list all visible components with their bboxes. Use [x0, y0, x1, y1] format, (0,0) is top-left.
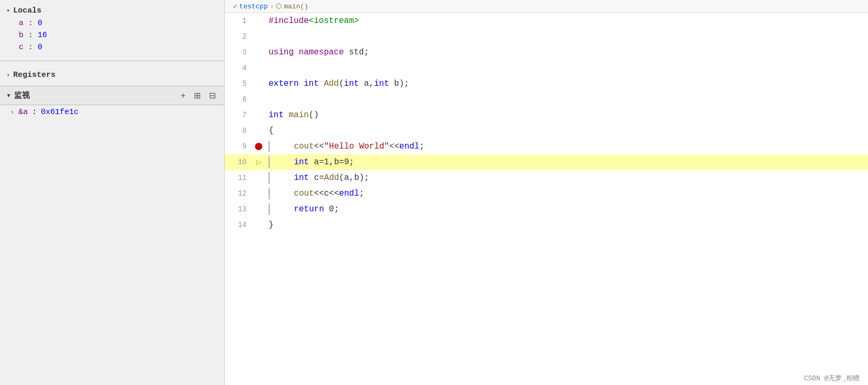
code-line-9[interactable]: 9 cout<<"Hello World"<<endl;: [225, 139, 868, 154]
var-c-colon: :: [28, 43, 38, 52]
var-c-name: c: [19, 43, 24, 52]
code-line-5[interactable]: 5extern int Add(int a,int b);: [225, 76, 868, 92]
breakpoint-area-12[interactable]: [251, 186, 267, 201]
line-content-7: int main(): [267, 107, 868, 123]
breakpoint-area-13[interactable]: [251, 201, 267, 217]
token: #include: [269, 15, 309, 27]
breakpoint-area-3[interactable]: [251, 44, 267, 60]
breadcrumb-check: ✓: [233, 2, 237, 10]
watch-add-button[interactable]: +: [179, 90, 188, 101]
line-number-5: 5: [225, 76, 251, 92]
breakpoint-area-11[interactable]: [251, 170, 267, 186]
token: std: [349, 47, 364, 58]
token: [319, 78, 324, 89]
vertical-bar-10: [269, 156, 270, 168]
var-c: c : 0: [0, 41, 224, 53]
locals-header[interactable]: ▾ Locals: [0, 4, 224, 17]
var-b: b : 16: [0, 29, 224, 41]
watch-item-value: 0x61fe1c: [41, 108, 78, 117]
code-line-7[interactable]: 7int main(): [225, 107, 868, 123]
watch-edit-button[interactable]: ⊞: [192, 89, 203, 101]
line-number-2: 2: [225, 29, 251, 44]
breakpoint-area-10[interactable]: ▷: [251, 154, 267, 170]
token: [284, 109, 289, 121]
token: int: [294, 172, 309, 184]
watch-title: 监视: [14, 90, 179, 100]
breadcrumb-project[interactable]: testcpp: [239, 3, 268, 10]
breadcrumb-icon: ⬡: [276, 2, 282, 10]
token: a,: [359, 78, 374, 89]
breakpoint-area-2[interactable]: [251, 29, 267, 44]
var-c-value: 0: [38, 43, 42, 52]
locals-label: Locals: [13, 6, 41, 15]
breakpoint-area-14[interactable]: [251, 217, 267, 233]
registers-header[interactable]: › Registers: [0, 69, 224, 82]
token: b);: [389, 78, 409, 89]
debug-arrow-10: ▷: [256, 157, 261, 167]
code-line-8[interactable]: 8{: [225, 123, 868, 139]
token: (: [339, 78, 344, 89]
code-area[interactable]: 1#include<iostream>23using namespace std…: [225, 13, 868, 385]
code-line-1[interactable]: 1#include<iostream>: [225, 13, 868, 29]
token: c=: [309, 172, 324, 184]
breakpoint-area-6[interactable]: [251, 92, 267, 107]
divider-1: [0, 61, 224, 61]
var-b-colon: :: [28, 31, 38, 40]
token: <<: [389, 141, 399, 152]
breakpoint-area-8[interactable]: [251, 123, 267, 139]
breadcrumb-function: main(): [284, 3, 308, 10]
token: int: [294, 156, 309, 168]
line-content-10: int a=1,b=9;: [267, 154, 868, 170]
token: [274, 188, 294, 199]
code-line-6[interactable]: 6: [225, 92, 868, 107]
watch-toolbar: + ⊞ ⊟: [179, 89, 218, 101]
breakpoint-area-5[interactable]: [251, 76, 267, 92]
line-content-13: return 0;: [267, 201, 868, 217]
watch-panel: ▾ 监视 + ⊞ ⊟ › &a : 0x61fe1c: [0, 86, 224, 385]
code-line-2[interactable]: 2: [225, 29, 868, 44]
line-number-3: 3: [225, 44, 251, 60]
breakpoint-area-1[interactable]: [251, 13, 267, 29]
breakpoint-area-9[interactable]: [251, 139, 267, 154]
line-content-9: cout<<"Hello World"<<endl;: [267, 139, 868, 154]
token: [274, 156, 294, 168]
line-content-2: [267, 29, 868, 44]
code-line-10[interactable]: 10▷ int a=1,b=9;: [225, 154, 868, 170]
line-number-7: 7: [225, 107, 251, 123]
breakpoint-area-4[interactable]: [251, 60, 267, 76]
code-line-11[interactable]: 11 int c=Add(a,b);: [225, 170, 868, 186]
var-b-name: b: [19, 31, 24, 40]
line-content-6: [267, 92, 868, 107]
token: [299, 78, 304, 89]
line-content-3: using namespace std;: [267, 44, 868, 60]
watch-expand-arrow[interactable]: ▾: [6, 90, 11, 100]
var-a-value: 0: [38, 19, 42, 28]
token: ;: [359, 188, 364, 199]
breakpoint-dot-9: [255, 143, 262, 150]
code-line-4[interactable]: 4: [225, 60, 868, 76]
vertical-bar-9: [269, 141, 270, 152]
vertical-bar-13: [269, 203, 270, 215]
token: (a,b);: [339, 172, 369, 184]
token: {: [269, 125, 274, 137]
code-line-3[interactable]: 3using namespace std;: [225, 44, 868, 60]
token: endl: [339, 188, 359, 199]
watch-item-0[interactable]: › &a : 0x61fe1c: [0, 105, 224, 119]
breakpoint-area-7[interactable]: [251, 107, 267, 123]
line-content-5: extern int Add(int a,int b);: [267, 76, 868, 92]
line-content-14: }: [267, 217, 868, 233]
token: int: [304, 78, 319, 89]
code-line-13[interactable]: 13 return 0;: [225, 201, 868, 217]
line-number-8: 8: [225, 123, 251, 139]
token: <<: [314, 141, 324, 152]
line-content-1: #include<iostream>: [267, 13, 868, 29]
token: int: [374, 78, 389, 89]
code-line-12[interactable]: 12 cout<<c<<endl;: [225, 186, 868, 201]
watch-delete-button[interactable]: ⊟: [207, 89, 218, 101]
code-line-14[interactable]: 14}: [225, 217, 868, 233]
token: return: [294, 203, 324, 215]
token: <<c<<: [314, 188, 339, 199]
vertical-bar-11: [269, 172, 270, 184]
token: }: [269, 219, 274, 231]
token: int: [269, 109, 284, 121]
